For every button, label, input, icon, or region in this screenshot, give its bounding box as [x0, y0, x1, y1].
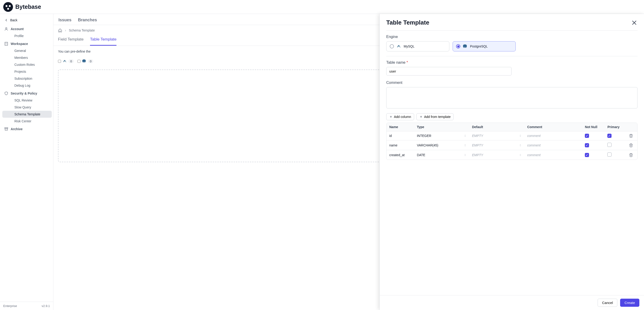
checkbox[interactable]: ✓ [585, 143, 589, 147]
sidebar-item-archive[interactable]: Archive [1, 125, 53, 133]
home-icon[interactable] [58, 28, 62, 32]
cell-primary: ✓ [604, 131, 624, 141]
select-handle-icon[interactable] [464, 134, 466, 137]
svg-rect-2 [5, 128, 8, 128]
close-icon[interactable] [631, 19, 638, 26]
cell-notnull: ✓ [582, 141, 604, 150]
engine-mysql-label: MySQL [404, 44, 414, 48]
sidebar-item-members[interactable]: Members [2, 54, 52, 61]
engine-label: Engine [386, 35, 638, 39]
sidebar-item-sql-review[interactable]: SQL Review [2, 97, 52, 104]
sidebar-item-profile[interactable]: Profile [2, 32, 52, 39]
back-button[interactable]: Back [1, 16, 53, 24]
select-handle-icon[interactable] [519, 154, 522, 156]
trash-icon[interactable] [629, 134, 633, 138]
select-handle-icon[interactable] [519, 134, 522, 137]
radio-mysql[interactable] [390, 44, 394, 48]
chevron-left-icon [4, 18, 8, 22]
cell-default[interactable]: EMPTY [469, 141, 524, 150]
sidebar-item-projects[interactable]: Projects [2, 68, 52, 75]
add-column-button[interactable]: Add column [386, 113, 414, 120]
sidebar-item-subscription[interactable]: Subscription [2, 75, 52, 82]
cell-name[interactable]: name [386, 141, 414, 150]
engine-option-mysql[interactable]: MySQL [386, 41, 449, 51]
main: Issues Branches › Schema Template Field … [53, 14, 644, 310]
plan-label: Enterprise [3, 304, 17, 308]
trash-icon[interactable] [629, 143, 633, 147]
panel-title: Table Template [386, 19, 429, 26]
cell-type[interactable]: INTEGER [414, 131, 469, 141]
select-handle-icon[interactable] [464, 144, 466, 147]
tab-issues[interactable]: Issues [58, 16, 72, 25]
table-template-panel: Table Template Engine MySQL Pos [380, 14, 644, 310]
select-handle-icon[interactable] [464, 154, 466, 156]
create-button[interactable]: Create [620, 299, 639, 307]
checkbox[interactable]: ✓ [585, 153, 589, 157]
subtab-field-template[interactable]: Field Template [58, 35, 84, 46]
cell-name[interactable]: created_at [386, 150, 414, 160]
cell-comment[interactable]: comment [524, 131, 582, 141]
tab-branches[interactable]: Branches [78, 16, 98, 25]
th-default: Default [469, 123, 524, 131]
th-comment: Comment [524, 123, 582, 131]
mysql-icon [62, 59, 67, 63]
table-header-row: Name Type Default Comment Not Null Prima… [386, 123, 637, 131]
cell-comment[interactable]: comment [524, 150, 582, 160]
cell-type[interactable]: VARCHAR(45) [414, 141, 469, 150]
comment-input[interactable] [386, 87, 638, 108]
th-primary: Primary [604, 123, 624, 131]
cell-default[interactable]: EMPTY [469, 131, 524, 141]
filter-postgresql[interactable]: 0 [78, 59, 93, 63]
sidebar-item-schema-template[interactable]: Schema Template [2, 111, 52, 118]
cell-primary [604, 150, 624, 160]
filter-mysql-checkbox[interactable] [58, 60, 61, 63]
building-icon [4, 42, 8, 46]
checkbox[interactable]: ✓ [585, 134, 589, 138]
sidebar-item-slow-query[interactable]: Slow Query [2, 104, 52, 111]
cell-primary [604, 141, 624, 150]
brand-bar: Bytebase [0, 0, 644, 14]
engine-option-postgresql[interactable]: PostgreSQL [452, 41, 516, 51]
engine-postgresql-label: PostgreSQL [470, 44, 488, 48]
cell-default[interactable]: EMPTY [469, 150, 524, 160]
sidebar-item-general[interactable]: General [2, 47, 52, 54]
checkbox[interactable] [607, 143, 612, 147]
filter-postgresql-checkbox[interactable] [78, 60, 80, 63]
filter-postgresql-count: 0 [88, 59, 93, 63]
add-from-template-button[interactable]: Add from template [416, 113, 454, 120]
brand-name: Bytebase [15, 3, 41, 10]
select-handle-icon[interactable] [519, 144, 522, 147]
radio-postgresql[interactable] [456, 44, 460, 48]
sidebar-item-risk-center[interactable]: Risk Center [2, 118, 52, 125]
section-workspace: Workspace [1, 39, 53, 47]
trash-icon[interactable] [629, 153, 633, 157]
mysql-icon [396, 44, 401, 49]
cell-type[interactable]: DATE [414, 150, 469, 160]
cell-notnull: ✓ [582, 150, 604, 160]
filter-mysql[interactable]: 0 [58, 59, 74, 63]
cell-actions [625, 150, 637, 160]
cell-name[interactable]: id [386, 131, 414, 141]
cancel-button[interactable]: Cancel [598, 299, 617, 307]
filter-mysql-count: 0 [68, 59, 74, 63]
table-row: name VARCHAR(45) EMPTY comment ✓ [386, 141, 637, 150]
cell-notnull: ✓ [582, 131, 604, 141]
cell-comment[interactable]: comment [524, 141, 582, 150]
subtab-table-template[interactable]: Table Template [90, 35, 116, 46]
sidebar: Back Account Profile Workspace General M… [0, 14, 53, 310]
cell-actions [625, 141, 637, 150]
sidebar-item-debug-log[interactable]: Debug Log [2, 82, 52, 89]
sidebar-item-custom-roles[interactable]: Custom Roles [2, 61, 52, 68]
th-name: Name [386, 123, 414, 131]
section-security: Security & Policy [1, 89, 53, 97]
postgresql-icon [462, 44, 468, 49]
checkbox[interactable]: ✓ [607, 134, 612, 138]
user-icon [4, 27, 8, 31]
postgresql-icon [82, 59, 86, 63]
section-account: Account [1, 24, 53, 32]
checkbox[interactable] [607, 153, 612, 156]
table-name-input[interactable] [386, 67, 512, 76]
required-mark: * [406, 60, 408, 64]
breadcrumb-sep: › [65, 28, 66, 32]
cell-actions [625, 131, 637, 141]
